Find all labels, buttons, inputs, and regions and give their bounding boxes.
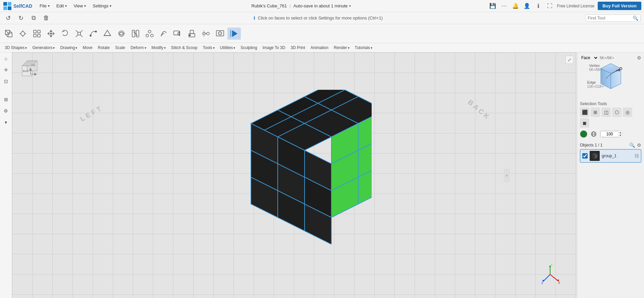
file-menu[interactable]: File▾ bbox=[38, 2, 52, 10]
copy-button[interactable]: ⧉ bbox=[29, 13, 38, 23]
animation-label[interactable]: Animation bbox=[308, 45, 331, 51]
render-label[interactable]: Render bbox=[331, 45, 352, 51]
drawing-label[interactable]: Drawing bbox=[57, 45, 80, 51]
objects-settings-icon[interactable]: ⚙ bbox=[637, 142, 641, 148]
color-picker[interactable] bbox=[580, 130, 587, 138]
main-area: ⌂ ✛ ⊡ ⊞ ⚙ ▾ LEFT BACK front top bbox=[0, 52, 644, 298]
svg-point-40 bbox=[207, 32, 209, 35]
notification-icon[interactable]: 🔔 bbox=[512, 2, 520, 10]
opacity-input[interactable] bbox=[600, 131, 619, 137]
objects-search-icon[interactable]: 🔍 bbox=[629, 142, 635, 148]
3d-shapes-label[interactable]: 3D Shapes bbox=[2, 45, 30, 51]
delete-button[interactable]: 🗑 bbox=[42, 13, 51, 23]
sculpting-label[interactable]: Sculpting bbox=[238, 45, 260, 51]
drawing-btn[interactable] bbox=[30, 28, 44, 40]
deform-label[interactable]: Deform bbox=[128, 45, 149, 51]
face-selector: Face Edge Vertex 5K+/5K+ bbox=[580, 55, 614, 60]
toolbar bbox=[0, 24, 644, 43]
top-view-btn[interactable]: ⊞ bbox=[1, 95, 11, 104]
sel-tool-sphere[interactable]: ◎ bbox=[623, 108, 632, 117]
panel-collapse-btn[interactable]: › bbox=[504, 169, 510, 182]
info-icon[interactable]: ℹ bbox=[534, 2, 542, 10]
settings-gizmo-btn[interactable]: ⚙ bbox=[1, 106, 11, 116]
sculpting-btn[interactable] bbox=[157, 28, 170, 40]
animation-btn[interactable] bbox=[199, 28, 213, 40]
rotate-btn[interactable] bbox=[58, 28, 72, 40]
tutorials-label[interactable]: Tutorials bbox=[352, 45, 375, 51]
stitch-scoop-btn[interactable] bbox=[115, 28, 128, 40]
stitch-scoop-label[interactable]: Stitch & Scoop bbox=[168, 45, 200, 51]
opacity-arrows: ▲ ▼ bbox=[619, 131, 622, 137]
object-item-group1[interactable]: group_1 ⛓ bbox=[580, 149, 641, 163]
expand-button[interactable]: ⤢ bbox=[566, 56, 574, 64]
3d-print-btn[interactable] bbox=[185, 28, 199, 40]
move-gizmo-btn[interactable]: ✛ bbox=[1, 65, 11, 75]
app-name: SelfCAD bbox=[13, 3, 32, 9]
selection-tools-row: ⬛ ⊞ ◫ ⬡ ◎ ◼ bbox=[580, 108, 641, 128]
object-link-icon[interactable]: ⛓ bbox=[634, 153, 639, 159]
sel-tool-3d[interactable]: ◫ bbox=[601, 108, 611, 117]
generators-label[interactable]: Generators bbox=[30, 45, 57, 51]
svg-rect-16 bbox=[38, 30, 40, 33]
svg-point-44 bbox=[218, 32, 222, 35]
sel-tool-cylinder[interactable]: ⬡ bbox=[612, 108, 622, 117]
modify-label[interactable]: Modify bbox=[149, 45, 168, 51]
fullscreen-icon[interactable]: ⛶ bbox=[546, 2, 554, 10]
modify-btn[interactable] bbox=[101, 28, 114, 40]
home-btn[interactable]: ⌂ bbox=[1, 54, 11, 63]
panel-settings-icon[interactable]: ⚙ bbox=[637, 55, 641, 60]
svg-rect-2 bbox=[3, 6, 7, 10]
svg-line-7 bbox=[9, 30, 12, 33]
svg-marker-55 bbox=[35, 73, 37, 75]
utilities-label[interactable]: Utilities bbox=[217, 45, 238, 51]
buy-button[interactable]: Buy Full Version bbox=[598, 2, 641, 10]
front-view-btn[interactable]: ⊡ bbox=[1, 77, 11, 86]
viewport[interactable]: LEFT BACK front top bbox=[12, 52, 577, 298]
right-panel: Face Edge Vertex 5K+/5K+ ⚙ bbox=[577, 52, 644, 298]
rotate-label[interactable]: Rotate bbox=[95, 45, 112, 51]
move-btn[interactable] bbox=[44, 28, 58, 40]
scale-btn[interactable] bbox=[72, 28, 86, 40]
svg-rect-14 bbox=[34, 30, 36, 33]
sel-tool-grid[interactable]: ⊞ bbox=[591, 108, 600, 117]
sel-tool-paint[interactable]: ◼ bbox=[580, 118, 589, 128]
user-icon[interactable]: 👤 bbox=[523, 2, 531, 10]
sel-tool-box[interactable]: ⬛ bbox=[580, 108, 589, 117]
object-checkbox[interactable] bbox=[582, 153, 588, 159]
opacity-down-arrow[interactable]: ▼ bbox=[619, 134, 622, 137]
logo-icon bbox=[3, 1, 12, 11]
down-arrow-btn[interactable]: ▾ bbox=[1, 118, 11, 127]
image-to-3d-label[interactable]: Image To 3D bbox=[260, 45, 288, 51]
tools-btn[interactable] bbox=[129, 28, 142, 40]
settings-menu[interactable]: Settings▾ bbox=[91, 2, 113, 10]
find-tool-wrapper: 🔍 bbox=[585, 14, 641, 22]
search-icon: 🔍 bbox=[633, 15, 638, 21]
find-tool-input[interactable] bbox=[588, 15, 631, 20]
autosave-status[interactable]: Auto-save in about 1 minute ▾ bbox=[293, 3, 351, 8]
cube-nav-widget[interactable]: front top bbox=[15, 56, 46, 86]
3d-print-label[interactable]: 3D Print bbox=[288, 45, 308, 51]
undo-button[interactable]: ↺ bbox=[3, 13, 13, 23]
utilities-btn[interactable] bbox=[143, 28, 156, 40]
render-btn[interactable] bbox=[213, 28, 227, 40]
scale-label[interactable]: Scale bbox=[112, 45, 128, 51]
tools-label[interactable]: Tools bbox=[200, 45, 217, 51]
info-circle-icon: ℹ bbox=[254, 15, 255, 20]
save-icon[interactable]: 💾 bbox=[489, 2, 497, 10]
generators-btn[interactable] bbox=[16, 28, 30, 40]
share-icon[interactable]: ⋯ bbox=[500, 2, 508, 10]
redo-button[interactable]: ↻ bbox=[16, 13, 25, 23]
deform-btn[interactable] bbox=[87, 28, 100, 40]
mesh-icon[interactable] bbox=[590, 130, 597, 138]
axes-indicator: Y Z X bbox=[540, 264, 560, 285]
view-menu[interactable]: View▾ bbox=[71, 2, 88, 10]
svg-rect-0 bbox=[3, 2, 7, 6]
edit-menu[interactable]: Edit▾ bbox=[54, 2, 69, 10]
tutorials-btn[interactable] bbox=[227, 28, 241, 40]
svg-line-22 bbox=[76, 35, 78, 37]
image-to-3d-btn[interactable] bbox=[171, 28, 184, 40]
3d-shapes-btn[interactable] bbox=[2, 28, 15, 40]
face-header: Face Edge Vertex 5K+/5K+ ⚙ bbox=[580, 55, 641, 60]
move-label[interactable]: Move bbox=[80, 45, 95, 51]
face-dropdown[interactable]: Face Edge Vertex bbox=[580, 55, 598, 60]
